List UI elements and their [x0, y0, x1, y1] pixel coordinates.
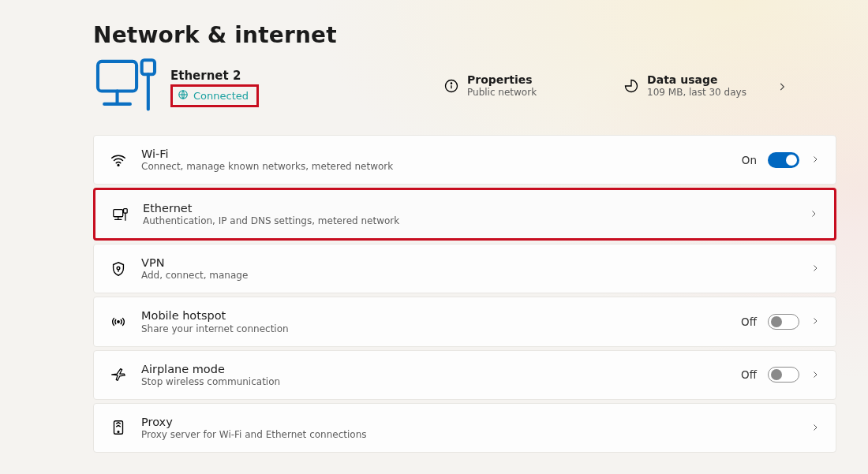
- svg-point-7: [451, 83, 451, 84]
- wifi-toggle-label: On: [742, 154, 757, 166]
- hotspot-icon: [110, 313, 127, 330]
- data-usage-icon: [623, 78, 639, 94]
- chevron-right-icon: [810, 261, 820, 276]
- ethernet-hero-icon: [93, 58, 159, 114]
- hotspot-sub: Share your internet connection: [141, 323, 289, 335]
- row-proxy[interactable]: Proxy Proxy server for Wi-Fi and Etherne…: [93, 403, 836, 453]
- globe-icon: [178, 89, 189, 103]
- row-ethernet[interactable]: Ethernet Authentication, IP and DNS sett…: [93, 188, 836, 241]
- wifi-toggle[interactable]: [768, 152, 799, 168]
- connection-name: Ethernet 2: [170, 69, 259, 83]
- wifi-title: Wi-Fi: [141, 147, 393, 161]
- svg-point-14: [117, 267, 120, 270]
- row-vpn[interactable]: VPN Add, connect, manage: [93, 244, 836, 293]
- ethernet-icon: [111, 206, 129, 223]
- svg-point-18: [118, 431, 119, 433]
- info-icon: [443, 78, 459, 94]
- data-usage-link[interactable]: Data usage 109 MB, last 30 days: [623, 73, 788, 99]
- page-title: Network & internet: [93, 22, 836, 48]
- airplane-icon: [110, 366, 127, 383]
- chevron-right-icon: [810, 420, 820, 435]
- connection-summary: Ethernet 2 Connected Properties Public n…: [93, 58, 836, 114]
- hotspot-toggle[interactable]: [768, 314, 799, 330]
- row-wifi[interactable]: Wi-Fi Connect, manage known networks, me…: [93, 135, 836, 185]
- vpn-title: VPN: [141, 256, 248, 270]
- hotspot-toggle-label: Off: [741, 315, 757, 328]
- chevron-right-icon: [776, 80, 788, 91]
- data-usage-title: Data usage: [647, 73, 746, 88]
- chevron-right-icon: [810, 314, 820, 329]
- ethernet-sub: Authentication, IP and DNS settings, met…: [143, 215, 399, 227]
- hotspot-title: Mobile hotspot: [141, 308, 289, 323]
- vpn-sub: Add, connect, manage: [141, 270, 248, 282]
- data-usage-sub: 109 MB, last 30 days: [647, 87, 746, 99]
- chevron-right-icon: [810, 368, 820, 383]
- connection-status-badge: Connected: [170, 84, 259, 107]
- row-airplane[interactable]: Airplane mode Stop wireless communicatio…: [93, 350, 836, 400]
- airplane-toggle-label: Off: [741, 368, 757, 381]
- proxy-sub: Proxy server for Wi-Fi and Ethernet conn…: [141, 429, 367, 441]
- connection-status: Connected: [193, 90, 249, 102]
- airplane-sub: Stop wireless communication: [141, 376, 280, 388]
- proxy-title: Proxy: [141, 415, 367, 429]
- chevron-right-icon: [810, 152, 820, 167]
- svg-point-8: [118, 164, 119, 166]
- row-hotspot[interactable]: Mobile hotspot Share your internet conne…: [93, 297, 836, 346]
- chevron-right-icon: [809, 207, 818, 222]
- airplane-title: Airplane mode: [141, 362, 280, 376]
- ethernet-title: Ethernet: [143, 201, 399, 215]
- properties-sub: Public network: [467, 87, 537, 99]
- svg-rect-9: [114, 209, 123, 216]
- proxy-icon: [110, 419, 127, 436]
- vpn-icon: [110, 260, 127, 278]
- svg-point-16: [118, 321, 119, 323]
- settings-list: Wi-Fi Connect, manage known networks, me…: [93, 135, 836, 453]
- svg-rect-12: [124, 208, 128, 213]
- wifi-sub: Connect, manage known networks, metered …: [141, 161, 393, 173]
- properties-title: Properties: [467, 73, 537, 88]
- wifi-icon: [110, 151, 127, 169]
- properties-link[interactable]: Properties Public network: [443, 73, 537, 99]
- svg-rect-0: [98, 62, 137, 91]
- airplane-toggle[interactable]: [768, 367, 799, 383]
